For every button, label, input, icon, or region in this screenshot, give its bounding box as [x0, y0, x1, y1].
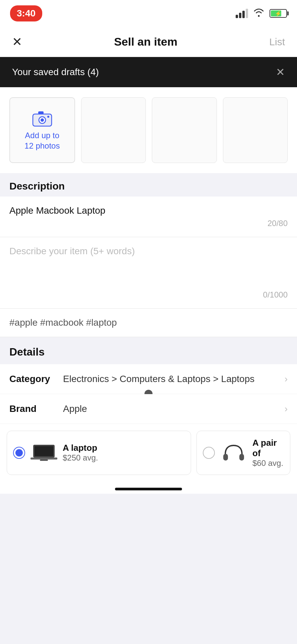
svg-point-2 [41, 118, 44, 122]
svg-rect-9 [223, 454, 228, 461]
add-photos-label: Add up to12 photos [24, 130, 60, 151]
brand-value: Apple [63, 404, 285, 414]
suggestions-row: A laptop $250 avg. A pair of $60 avg. [0, 424, 297, 482]
wifi-icon [253, 8, 265, 19]
brand-row[interactable]: Brand Apple › [0, 394, 297, 424]
list-button[interactable]: List [269, 36, 285, 48]
hashtags-text: #apple #macbook #laptop [9, 317, 117, 328]
suggestion-laptop-name: A laptop [63, 443, 98, 453]
category-chevron: › [285, 374, 288, 384]
svg-rect-10 [239, 454, 244, 461]
suggestion-card-laptop[interactable]: A laptop $250 avg. [7, 431, 191, 475]
photo-slot-3[interactable] [223, 97, 288, 163]
title-counter: 20/80 [9, 219, 288, 228]
svg-rect-7 [31, 458, 57, 460]
radio-headphones[interactable] [203, 447, 215, 459]
nav-header: ✕ Sell an item List [0, 27, 297, 57]
suggestion-headphones-name: A pair of [252, 438, 284, 459]
svg-point-4 [47, 116, 49, 118]
brand-label: Brand [9, 404, 63, 414]
signal-icon [236, 9, 248, 18]
radio-laptop[interactable] [13, 447, 25, 459]
suggestion-headphones-price: $60 avg. [252, 459, 284, 468]
details-section-header: Details [0, 337, 297, 364]
add-photos-button[interactable]: Add up to12 photos [9, 97, 75, 163]
home-indicator [0, 482, 297, 494]
category-row[interactable]: Category Electronics > Computers & Lapto… [0, 364, 297, 394]
description-form: 20/80 0/1000 #apple #macbook #laptop [0, 197, 297, 337]
status-bar: 3:40 ⚡ [0, 0, 297, 27]
photo-slot-2[interactable] [152, 97, 217, 163]
headphones-icon [222, 443, 245, 463]
status-time: 3:40 [10, 5, 42, 21]
description-label: Description [9, 180, 65, 192]
status-icons: ⚡ [236, 8, 287, 19]
details-form: Category Electronics > Computers & Lapto… [0, 364, 297, 424]
photo-slot-1[interactable] [81, 97, 146, 163]
body-input[interactable] [9, 246, 288, 286]
suggestion-laptop-price: $250 avg. [63, 453, 98, 463]
svg-rect-8 [40, 460, 48, 461]
svg-rect-6 [35, 446, 53, 456]
battery-icon: ⚡ [270, 9, 287, 18]
drafts-text: Your saved drafts (4) [12, 67, 99, 77]
page-title: Sell an item [114, 35, 177, 48]
title-field-wrapper: 20/80 [0, 197, 297, 237]
laptop-icon [31, 443, 57, 463]
svg-rect-3 [38, 111, 44, 114]
title-input[interactable] [9, 205, 288, 216]
suggestion-card-headphones[interactable]: A pair of $60 avg. [196, 431, 290, 475]
photos-section: Add up to12 photos [0, 87, 297, 173]
home-bar [115, 488, 182, 490]
hashtags-field[interactable]: #apple #macbook #laptop [0, 309, 297, 337]
close-button[interactable]: ✕ [12, 36, 22, 48]
laptop-image [31, 443, 57, 463]
body-counter: 0/1000 [9, 290, 288, 300]
drafts-close-button[interactable]: ✕ [276, 66, 285, 78]
brand-chevron: › [285, 404, 288, 414]
drafts-banner: Your saved drafts (4) ✕ [0, 57, 297, 87]
description-section-header: Description [0, 173, 297, 197]
category-value: Electronics > Computers & Laptops > Lapt… [63, 374, 285, 384]
camera-icon [32, 109, 52, 127]
body-field-wrapper: 0/1000 [0, 237, 297, 309]
category-label: Category [9, 374, 63, 384]
details-label: Details [9, 346, 45, 358]
headphones-image [220, 443, 247, 463]
